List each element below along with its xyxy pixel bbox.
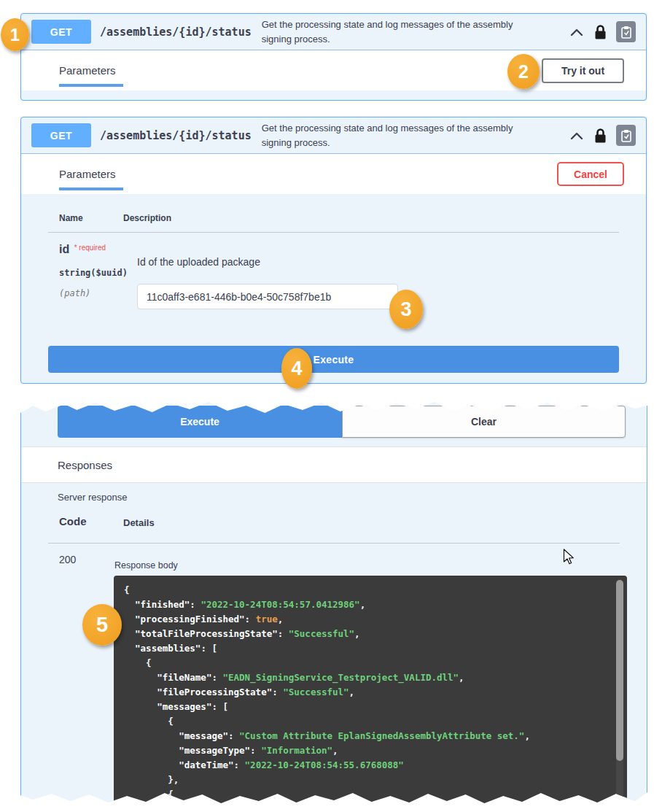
swagger-ui-tutorial-screenshot: GET /assemblies/{id}/status Get the proc… <box>0 0 654 812</box>
endpoint-path: /assemblies/{id}/status <box>100 26 252 39</box>
description-column-header: Description <box>123 213 171 223</box>
divider <box>48 543 620 544</box>
parameter-description: Id of the uploaded package <box>137 256 398 268</box>
panel-bottom-padding <box>21 90 646 100</box>
execute-wrapper: Execute <box>21 309 646 383</box>
code-scrollbar-thumb[interactable] <box>616 580 623 761</box>
parameter-name: id <box>59 243 69 255</box>
lock-icon[interactable] <box>593 24 607 40</box>
execute-clear-button-row: Execute Clear <box>58 406 626 438</box>
parameter-meta: id * required string($uuid) (path) <box>59 243 123 309</box>
parameters-table: Name Description id * required string($u… <box>21 194 646 309</box>
details-column-header: Details <box>123 517 155 528</box>
code-column-header: Code <box>59 515 87 527</box>
step-annotation-4: 4 <box>281 348 312 389</box>
http-method-badge: GET <box>31 123 91 147</box>
step-annotation-3: 3 <box>389 290 423 329</box>
endpoint-path: /assemblies/{id}/status <box>100 129 252 142</box>
cancel-button[interactable]: Cancel <box>557 162 624 186</box>
operation-summary[interactable]: GET /assemblies/{id}/status Get the proc… <box>21 14 646 50</box>
id-value-input[interactable] <box>137 284 398 309</box>
responses-section-header: Responses <box>21 446 647 483</box>
parameters-table-header: Name Description <box>48 213 619 233</box>
lock-icon[interactable] <box>593 128 607 144</box>
step-annotation-5: 5 <box>82 604 122 646</box>
active-tab-underline <box>59 84 123 87</box>
parameter-details: Id of the uploaded package <box>123 243 398 309</box>
parameter-location: (path) <box>59 288 123 298</box>
status-code: 200 <box>59 554 76 565</box>
opblock-get-status-1: GET /assemblies/{id}/status Get the proc… <box>20 13 647 101</box>
http-method-badge: GET <box>31 20 91 44</box>
chevron-up-icon[interactable] <box>570 131 583 141</box>
responses-panel-torn-fragment: Execute Clear Responses Server response … <box>20 400 647 805</box>
server-response-label: Server response <box>58 492 127 503</box>
responses-title: Responses <box>58 459 112 471</box>
response-json: { "finished": "2022-10-24T08:54:57.04129… <box>124 583 605 802</box>
try-it-out-button[interactable]: Try it out <box>542 58 624 83</box>
name-column-header: Name <box>59 213 123 223</box>
endpoint-description: Get the processing state and log message… <box>262 18 518 46</box>
operation-summary[interactable]: GET /assemblies/{id}/status Get the proc… <box>21 117 646 154</box>
required-flag: * required <box>74 244 106 252</box>
parameter-row-id: id * required string($uuid) (path) Id of… <box>48 233 619 309</box>
execute-button[interactable]: Execute <box>48 346 619 373</box>
execute-button[interactable]: Execute <box>58 406 342 438</box>
parameters-section-header: Parameters Try it out <box>21 50 646 90</box>
active-tab-underline <box>59 187 123 190</box>
clipboard-icon[interactable] <box>616 21 636 42</box>
response-body-code[interactable]: { "finished": "2022-10-24T08:54:57.04129… <box>114 576 627 809</box>
response-body-label: Response body <box>114 560 178 571</box>
endpoint-description: Get the processing state and log message… <box>262 121 518 150</box>
responses-panel: Execute Clear Responses Server response … <box>20 400 647 805</box>
chevron-up-icon[interactable] <box>570 27 583 37</box>
step-annotation-1: 1 <box>1 18 29 51</box>
opblock-get-status-2: GET /assemblies/{id}/status Get the proc… <box>20 117 647 384</box>
tab-parameters[interactable]: Parameters <box>59 154 116 194</box>
clear-button[interactable]: Clear <box>342 406 626 438</box>
parameter-type: string($uuid) <box>59 268 123 278</box>
mouse-cursor <box>563 549 575 568</box>
tab-parameters[interactable]: Parameters <box>59 50 116 90</box>
parameters-section-header: Parameters Cancel <box>21 154 646 194</box>
step-annotation-2: 2 <box>507 54 540 89</box>
clipboard-icon[interactable] <box>616 125 636 146</box>
